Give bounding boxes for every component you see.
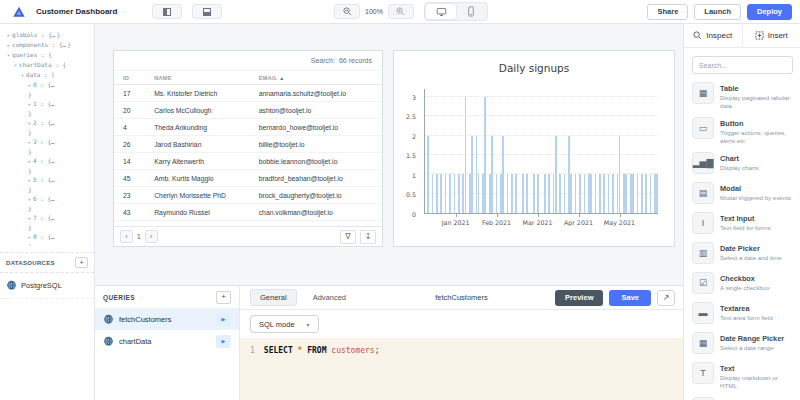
widget-item-date-range-picker[interactable]: ▦Date Range PickerSelect a date range xyxy=(684,328,800,358)
table-widget[interactable]: Search: 66 records IDNAMEEMAIL ▲ 17Ms. K… xyxy=(113,50,383,247)
add-query-button[interactable]: + xyxy=(216,291,231,304)
table-row[interactable]: 4Theda Ankundingbernardo_howe@tooljet.io xyxy=(114,119,382,136)
tree-node[interactable]: } xyxy=(7,204,94,213)
tree-node[interactable]: ▸6 : {… xyxy=(7,194,94,204)
table-next-page-button[interactable]: › xyxy=(145,230,158,243)
query-mode-select[interactable]: SQL mode ▾ xyxy=(250,315,319,333)
query-name[interactable]: fetchCustomers xyxy=(435,293,488,302)
tree-node[interactable]: } xyxy=(7,223,94,232)
run-query-button[interactable]: ▶ xyxy=(216,313,231,326)
table-row[interactable]: 14Karry Altenwerthbobbie.leannon@tooljet… xyxy=(114,153,382,170)
table-filter-button[interactable]: ∇ xyxy=(340,230,356,244)
preview-button[interactable]: Preview xyxy=(555,290,603,306)
tree-node[interactable]: } xyxy=(7,242,94,246)
save-button[interactable]: Save xyxy=(609,290,651,306)
tree-node[interactable]: } xyxy=(7,166,94,175)
table-row[interactable]: 23Cherlyn Morissette PhDbrock_daugherty@… xyxy=(114,187,382,204)
chart-bar xyxy=(465,97,467,213)
table-search-label[interactable]: Search: xyxy=(311,57,335,64)
table-row[interactable]: 26Jarod Bashirianbillie@tooljet.io xyxy=(114,136,382,153)
tree-node[interactable]: } xyxy=(7,109,94,118)
table-row[interactable]: 45Amb. Kurtis Maggiobradford_beahan@tool… xyxy=(114,170,382,187)
widget-item-chart[interactable]: ▂▅▇ChartDisplay charts xyxy=(684,148,800,178)
widget-item-image[interactable]: ▨ImageDisplay an Image xyxy=(684,393,800,400)
tree-node[interactable]: ▸5 : {… xyxy=(7,175,94,185)
table-prev-page-button[interactable]: ‹ xyxy=(120,230,133,243)
tree-node[interactable]: ▾data : [ xyxy=(7,70,94,80)
add-datasource-button[interactable]: + xyxy=(75,257,88,268)
app-canvas[interactable]: Search: 66 records IDNAMEEMAIL ▲ 17Ms. K… xyxy=(95,24,683,400)
tab-insert[interactable]: Insert xyxy=(743,24,800,47)
tree-node[interactable]: ▸2 : {… xyxy=(7,118,94,128)
zoom-in-button[interactable] xyxy=(388,4,414,19)
share-button[interactable]: Share xyxy=(647,4,688,20)
query-item-fetchCustomers[interactable]: fetchCustomers▶ xyxy=(95,308,239,330)
toggle-left-panel-button[interactable] xyxy=(152,4,182,19)
line-number: 1 xyxy=(250,346,255,392)
table-header[interactable]: IDNAMEEMAIL ▲ xyxy=(114,71,382,85)
state-inspector-tree[interactable]: ▸globals : {…}▸components : {…}▾queries … xyxy=(0,24,94,246)
run-query-button[interactable]: ▶ xyxy=(216,335,231,348)
table-download-button[interactable]: ↧ xyxy=(360,230,376,244)
column-header-id[interactable]: ID xyxy=(114,75,154,81)
tree-node[interactable]: ▸8 : {… xyxy=(7,232,94,242)
app-logo-icon[interactable] xyxy=(12,5,26,19)
column-header-name[interactable]: NAME xyxy=(154,75,259,81)
tree-node[interactable]: ▾chartData : { xyxy=(7,60,94,70)
chart-widget[interactable]: Daily signups 00.511.522.53 Jan 2021Feb … xyxy=(393,50,675,247)
chart-bar xyxy=(507,174,509,213)
tree-node[interactable]: ▸0 : {… xyxy=(7,80,94,90)
deploy-button[interactable]: Deploy xyxy=(747,4,792,20)
chart-bar xyxy=(599,174,601,213)
tree-node[interactable]: ▸3 : {… xyxy=(7,137,94,147)
expand-editor-button[interactable]: ↗ xyxy=(657,290,675,306)
tree-node[interactable]: ▸components : {…} xyxy=(7,40,94,50)
tree-node[interactable]: } xyxy=(7,147,94,156)
column-header-email[interactable]: EMAIL ▲ xyxy=(259,75,382,81)
x-tick-label: Mar 2021 xyxy=(523,219,553,226)
tree-node[interactable]: ▸4 : {… xyxy=(7,156,94,166)
chart-bar xyxy=(645,174,647,213)
table-row[interactable]: 20Carlos McCulloughashton@tooljet.io xyxy=(114,102,382,119)
mobile-view-button[interactable] xyxy=(456,4,486,19)
table-cell: 45 xyxy=(114,175,154,182)
widget-item-checkbox[interactable]: ☑CheckboxA single checkbox xyxy=(684,268,800,298)
tree-node[interactable]: } xyxy=(7,185,94,194)
widget-item-button[interactable]: ▭ButtonTrigger actions: queries, alerts … xyxy=(684,113,800,148)
chart-bar xyxy=(625,174,627,213)
filter-icon: ∇ xyxy=(345,232,350,241)
tree-node[interactable]: } xyxy=(7,128,94,137)
query-item-chartData[interactable]: chartData▶ xyxy=(95,330,239,352)
table-cell: bernardo_howe@tooljet.io xyxy=(259,124,382,131)
tab-general[interactable]: General xyxy=(250,289,297,306)
sql-code-editor[interactable]: 1 SELECT * FROM customers; xyxy=(240,338,683,400)
app-root: Customer Dashboard 100% Share Launch xyxy=(0,0,800,400)
chart-bar xyxy=(454,174,456,213)
tab-advanced[interactable]: Advanced xyxy=(303,289,356,306)
widget-item-modal[interactable]: ▤ModalModal triggered by events xyxy=(684,178,800,208)
widget-item-table[interactable]: ▦TableDisplay paginated tabular data xyxy=(684,78,800,113)
queries-title: QUERIES xyxy=(103,294,135,301)
table-row[interactable]: 43Raymundo Russelchan.volkman@tooljet.io xyxy=(114,204,382,221)
table-cell: 17 xyxy=(114,90,154,97)
widget-name: Text Input xyxy=(720,214,771,223)
tree-node[interactable]: } xyxy=(7,90,94,99)
launch-button[interactable]: Launch xyxy=(694,4,741,20)
tree-node[interactable]: ▸1 : {… xyxy=(7,99,94,109)
widget-item-date-picker[interactable]: ▥Date PickerSelect a date and time xyxy=(684,238,800,268)
toggle-bottom-panel-button[interactable] xyxy=(192,4,222,19)
desktop-view-button[interactable] xyxy=(426,4,456,19)
query-item-name: chartData xyxy=(119,337,152,346)
tab-inspect[interactable]: Inspect xyxy=(684,24,743,47)
widget-search-input[interactable] xyxy=(692,56,793,74)
widget-item-textarea[interactable]: ▬TextareaText area form field xyxy=(684,298,800,328)
tree-node[interactable]: ▾queries : { xyxy=(7,50,94,60)
datasource-postgresql[interactable]: PostgreSQL xyxy=(0,273,94,299)
table-row[interactable]: 17Ms. Kristofer Dietrichannamaria.schult… xyxy=(114,85,382,102)
widget-item-text[interactable]: TTextDisplay markdown or HTML xyxy=(684,358,800,393)
table-cell: Carlos McCullough xyxy=(154,107,259,114)
widget-item-text-input[interactable]: IText InputText field for forms xyxy=(684,208,800,238)
tree-node[interactable]: ▸globals : {…} xyxy=(7,30,94,40)
tree-node[interactable]: ▸7 : {… xyxy=(7,213,94,223)
zoom-out-button[interactable] xyxy=(334,4,360,19)
